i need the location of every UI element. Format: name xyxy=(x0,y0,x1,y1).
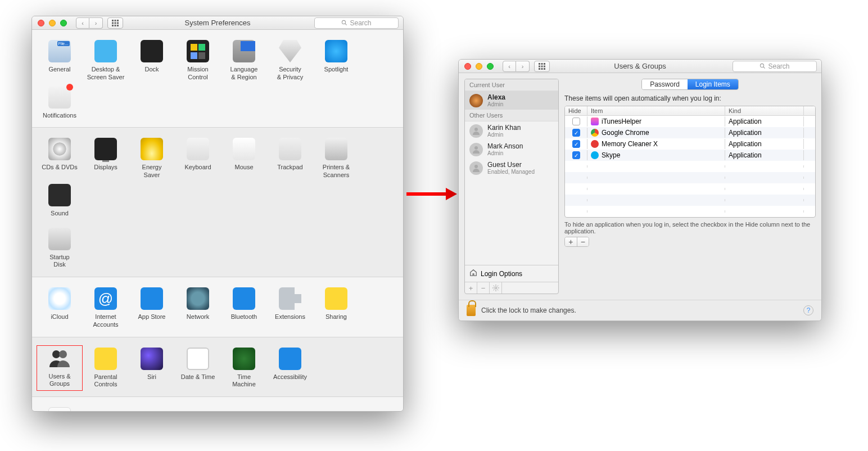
pref-network[interactable]: Network xyxy=(175,285,221,331)
close-icon[interactable] xyxy=(38,20,44,26)
pref-appstore[interactable]: App Store xyxy=(129,285,175,331)
show-all-button[interactable] xyxy=(107,17,123,29)
titlebar: ‹ › System Preferences Search xyxy=(32,16,403,30)
table-row[interactable]: iTunesHelperApplication xyxy=(565,116,815,127)
appstore-icon xyxy=(141,287,163,310)
pref-label: EnergySaver xyxy=(142,164,162,179)
pref-icloud[interactable]: iCloud xyxy=(37,285,83,331)
hide-checkbox[interactable] xyxy=(572,118,580,125)
back-button[interactable]: ‹ xyxy=(503,61,516,72)
pref-spotlight[interactable]: Spotlight xyxy=(313,38,359,84)
pref-trackpad[interactable]: Trackpad xyxy=(267,136,313,182)
pref-cds[interactable]: CDs & DVDs xyxy=(37,136,83,182)
avatar xyxy=(469,124,483,138)
forward-button[interactable]: › xyxy=(89,17,103,29)
zoom-icon[interactable] xyxy=(60,20,67,26)
pref-java[interactable]: Java xyxy=(37,405,83,412)
pref-language[interactable]: Language& Region xyxy=(221,38,267,84)
back-button[interactable]: ‹ xyxy=(76,17,89,29)
pref-label: Date & Time xyxy=(181,373,215,381)
minimize-icon[interactable] xyxy=(476,63,482,70)
item-kind: Application xyxy=(725,116,804,127)
hide-checkbox[interactable]: ✓ xyxy=(572,151,580,159)
close-icon[interactable] xyxy=(464,63,471,70)
table-row[interactable]: ✓Google ChromeApplication xyxy=(565,127,815,138)
col-hide[interactable]: Hide xyxy=(565,106,587,115)
user-name: Alexa xyxy=(487,93,505,101)
java-icon xyxy=(48,407,71,412)
login-items-hint: These items will open automatically when… xyxy=(564,94,816,102)
window-title: System Preferences xyxy=(184,19,250,27)
user-settings-button[interactable] xyxy=(490,282,502,294)
svg-rect-18 xyxy=(539,65,540,67)
lock-icon[interactable] xyxy=(467,305,476,316)
login-options-button[interactable]: Login Options xyxy=(465,265,558,282)
user-name: Guest User xyxy=(487,161,535,169)
pref-label: ParentalControls xyxy=(94,373,117,389)
add-item-button[interactable]: + xyxy=(565,237,577,246)
table-row[interactable]: ✓Memory Cleaner XApplication xyxy=(565,138,815,150)
cds-icon xyxy=(48,138,71,160)
pref-parental[interactable]: ParentalControls xyxy=(83,345,129,391)
pref-displays[interactable]: Displays xyxy=(83,136,129,182)
pref-accessibility[interactable]: Accessibility xyxy=(267,345,313,391)
remove-user-button[interactable]: − xyxy=(477,282,490,294)
svg-line-10 xyxy=(345,24,347,25)
pref-label: Users &Groups xyxy=(48,373,70,389)
minimize-icon[interactable] xyxy=(49,20,56,26)
sidebar-user[interactable]: Karin KhanAdmin xyxy=(465,121,558,140)
pref-internet[interactable]: @InternetAccounts xyxy=(83,285,129,331)
bluetooth-icon xyxy=(233,287,255,310)
pref-energy[interactable]: EnergySaver xyxy=(129,136,175,182)
user-name: Karin Khan xyxy=(487,124,521,132)
pref-sound[interactable]: Sound xyxy=(37,182,83,220)
svg-rect-23 xyxy=(544,68,545,70)
zoom-icon[interactable] xyxy=(487,63,494,70)
pref-startup[interactable]: StartupDisk xyxy=(37,226,83,272)
pref-timemachine[interactable]: TimeMachine xyxy=(221,345,267,391)
pref-mouse[interactable]: Mouse xyxy=(221,136,267,182)
sidebar-user-current[interactable]: Alexa Admin xyxy=(465,91,558,110)
notification-badge xyxy=(66,84,73,91)
pref-printers[interactable]: Printers &Scanners xyxy=(313,136,359,182)
pref-general[interactable]: General xyxy=(37,38,83,84)
pref-siri[interactable]: Siri xyxy=(129,345,175,391)
pref-mission[interactable]: MissionControl xyxy=(175,38,221,84)
svg-point-27 xyxy=(474,146,478,150)
sidebar-user[interactable]: Mark AnsonAdmin xyxy=(465,140,558,159)
col-item[interactable]: Item xyxy=(587,106,725,115)
tab-password[interactable]: Password xyxy=(642,79,688,89)
extensions-icon xyxy=(279,287,301,310)
remove-item-button[interactable]: − xyxy=(577,237,589,246)
pref-label: Notifications xyxy=(43,112,76,120)
tab-login-items[interactable]: Login Items xyxy=(688,79,738,89)
search-input[interactable]: Search xyxy=(314,17,399,29)
users-groups-window: ‹ › Users & Groups Search Current User A… xyxy=(458,59,822,321)
help-button[interactable]: ? xyxy=(803,305,813,315)
table-row[interactable]: ✓SkypeApplication xyxy=(565,150,815,161)
hide-checkbox[interactable]: ✓ xyxy=(572,129,580,137)
printers-icon xyxy=(325,138,347,160)
pref-label: CDs & DVDs xyxy=(42,164,78,172)
energy-icon xyxy=(141,138,163,160)
add-user-button[interactable]: + xyxy=(465,282,477,294)
pref-bluetooth[interactable]: Bluetooth xyxy=(221,285,267,331)
pref-label: InternetAccounts xyxy=(93,313,118,329)
pref-security[interactable]: Security& Privacy xyxy=(267,38,313,84)
forward-button[interactable]: › xyxy=(516,61,530,72)
pref-datetime[interactable]: Date & Time xyxy=(175,345,221,391)
search-input[interactable]: Search xyxy=(733,61,817,72)
pref-extensions[interactable]: Extensions xyxy=(267,285,313,331)
svg-line-34 xyxy=(493,286,494,287)
col-kind[interactable]: Kind xyxy=(725,106,804,115)
hide-checkbox[interactable]: ✓ xyxy=(572,140,580,148)
show-all-button[interactable] xyxy=(534,61,550,72)
pref-users[interactable]: Users &Groups xyxy=(37,345,83,391)
pref-sharing[interactable]: Sharing xyxy=(313,285,359,331)
pref-dock[interactable]: Dock xyxy=(129,38,175,84)
pref-keyboard[interactable]: Keyboard xyxy=(175,136,221,182)
pref-notifications[interactable]: Notifications xyxy=(37,84,83,122)
pref-desktop[interactable]: Desktop &Screen Saver xyxy=(83,38,129,84)
sidebar-user[interactable]: Guest UserEnabled, Managed xyxy=(465,159,558,177)
spotlight-icon xyxy=(325,40,347,62)
